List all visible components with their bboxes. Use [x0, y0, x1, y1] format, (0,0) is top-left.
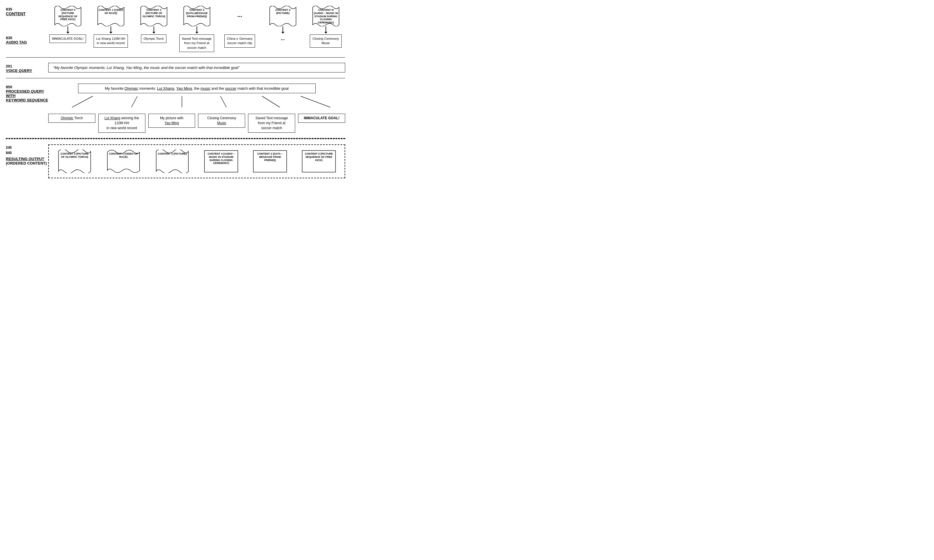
processed-query-label2: KEYWORD SEQUENCE: [6, 98, 48, 102]
voice-query-label: VOICE QUERY: [6, 68, 48, 73]
content-section: 835 CONTENT CONTENT 0 (PICTURE SEQUENCE …: [6, 6, 345, 32]
audio-tag-label: AUDIO TAG: [6, 40, 48, 45]
audio-tag-0: IMMACULATE GOAL!: [48, 34, 87, 43]
content-svg-c1: CONTENT 1 (VIDEO OF RACE): [96, 6, 125, 26]
content-item-c0: CONTENT 0 (PICTURE SEQUENCE OF FREE KICK…: [48, 6, 87, 32]
processed-query-ref: 850: [6, 85, 48, 89]
svg-line-0: [72, 96, 93, 107]
result-label1: RESULTING OUTPUT: [6, 157, 48, 161]
processed-query-section: 850 PROCESSED QUERY WITH KEYWORD SEQUENC…: [6, 84, 345, 132]
query-to-keywords-lines: [48, 96, 345, 108]
keyword-box-0: Olympic Torch: [48, 114, 95, 123]
divider-3: [6, 138, 345, 139]
result-item-5: CONTENT 0 (PICTURE SEQUENCE OF FREE KICK…: [296, 150, 342, 173]
content-item-c3: CONTENT 3 (DATA,MESSAGE FROM FRIEND)): [177, 6, 216, 32]
content-label: CONTENT: [6, 11, 48, 16]
voice-query-content: “My favorite Olympic moments: Lui Xhang,…: [48, 63, 345, 72]
audio-dots: ...: [281, 34, 285, 41]
svg-line-3: [221, 96, 226, 107]
result-item-4: CONTENT 2 (DATA – MESSAGE FROM FRIEND)): [247, 150, 293, 173]
audio-tag-box-4: China v. Germany soccer match clip: [224, 34, 255, 48]
content-svg-c4: CONTENT 4 (PICTURE): [268, 6, 298, 26]
result-svg-3: CONTENT 4 (AUDIO – MUSIC IN STADIUM DURI…: [204, 150, 239, 173]
result-main: CONTENT 3 (PICTURE OF OLYMPIC TORCH)CONT…: [48, 145, 345, 178]
result-dashed-box: CONTENT 3 (PICTURE OF OLYMPIC TORCH)CONT…: [48, 145, 345, 178]
content-svg-cn: CONTENT N (AUDIO – MUSIC IN STADIUM DURI…: [311, 6, 341, 26]
result-svg-5: CONTENT 0 (PICTURE SEQUENCE OF FREE KICK…: [301, 150, 337, 173]
audio-tag-6: Closing Ceremony Music: [306, 34, 345, 48]
processed-query-label1: PROCESSED QUERY WITH: [6, 89, 48, 98]
kw-music: music: [201, 86, 210, 91]
content-item-c4: CONTENT 4 (PICTURE): [263, 6, 302, 32]
audio-tag-box-6: Closing Ceremony Music: [310, 34, 341, 48]
diagram: 835 CONTENT CONTENT 0 (PICTURE SEQUENCE …: [6, 6, 345, 178]
result-label2: (ORDERED CONTENT): [6, 161, 48, 165]
keyword-box-4: Saved Text message from my Friend at soc…: [248, 114, 295, 132]
audio-tag-2: Olympic Torch: [134, 34, 173, 43]
dots-separator: ...: [220, 6, 259, 18]
content-item-c1: CONTENT 1 (VIDEO OF RACE): [91, 6, 130, 32]
svg-line-1: [131, 96, 137, 107]
audio-tag-box-1: Lui Xhang 110M HH in new world record: [94, 34, 128, 48]
svg-line-4: [262, 96, 280, 107]
keyword-box-3: Closing Ceremony Music: [198, 114, 245, 128]
kw-lui: Lui Xhang: [157, 86, 174, 91]
audio-tag-label-area: 830 AUDIO TAG: [6, 34, 48, 45]
voice-query-box: “My favorite Olympic moments: Lui Xhang,…: [48, 63, 345, 72]
voice-query-section: 201 VOICE QUERY “My favorite Olympic mom…: [6, 63, 345, 73]
audio-tag-ref: 830: [6, 35, 48, 40]
voice-query-label-area: 201 VOICE QUERY: [6, 63, 48, 73]
keyword-boxes-row: Olympic TorchLui Xhang winning the 110M …: [48, 114, 345, 132]
audio-tags-row: IMMACULATE GOAL!Lui Xhang 110M HH in new…: [48, 34, 345, 52]
divider-2: [6, 78, 345, 78]
result-ref2: 840: [6, 151, 12, 155]
result-ref1: 240: [6, 146, 12, 150]
audio-tag-3: Saved Text message from my Friend at soc…: [177, 34, 216, 52]
result-svg-4: CONTENT 2 (DATA – MESSAGE FROM FRIEND)): [252, 150, 287, 173]
kw-soccer: soccer: [225, 86, 236, 91]
kw-yao: Yao Ming: [176, 86, 192, 91]
keyword-box-1: Lui Xhang winning the 110M HH in new wor…: [98, 114, 145, 132]
processed-query-box: My favorite Olympic moments: Lui Xhang, …: [78, 84, 316, 93]
result-item-1: CONTENT 1 (VIDEO OF RACE): [100, 150, 147, 173]
voice-query-ref: 201: [6, 64, 48, 68]
keyword-box-2: My picture with Yao Ming: [148, 114, 195, 128]
svg-line-5: [301, 96, 330, 107]
content-label-area: 835 CONTENT: [6, 6, 48, 16]
audio-tag-5: ...: [263, 34, 302, 41]
result-item-0: CONTENT 3 (PICTURE OF OLYMPIC TORCH): [52, 150, 98, 173]
keyword-box-5: IMMACULATE GOAL!: [298, 114, 345, 123]
processed-query-main: My favorite Olympic moments: Lui Xhang, …: [48, 84, 345, 132]
result-item-2: CONTENT 3 (PICTURE): [150, 150, 195, 173]
audio-tag-section: 830 AUDIO TAG IMMACULATE GOAL!Lui Xhang …: [6, 34, 345, 52]
content-item-c2: CONTENT 2 (PICTURE OF OLYMPIC TORCH): [134, 6, 173, 32]
result-svg-2: CONTENT 3 (PICTURE): [155, 150, 190, 173]
content-ref: 835: [6, 7, 48, 11]
result-section: 240 840 RESULTING OUTPUT (ORDERED CONTEN…: [6, 145, 345, 178]
processed-query-label-area: 850 PROCESSED QUERY WITH KEYWORD SEQUENC…: [6, 84, 48, 102]
content-item-cn: CONTENT N (AUDIO – MUSIC IN STADIUM DURI…: [306, 6, 345, 32]
result-svg-1: CONTENT 1 (VIDEO OF RACE): [106, 150, 141, 173]
audio-tag-4: China v. Germany soccer match clip: [220, 34, 259, 48]
kw-olympic: Olympic: [125, 86, 138, 91]
audio-tag-box-0: IMMACULATE GOAL!: [49, 34, 86, 43]
content-items-row: CONTENT 0 (PICTURE SEQUENCE OF FREE KICK…: [48, 6, 345, 32]
content-svg-c3: CONTENT 3 (DATA,MESSAGE FROM FRIEND)): [182, 6, 212, 26]
audio-tag-box-3: Saved Text message from my Friend at soc…: [179, 34, 215, 52]
content-svg-c2: CONTENT 2 (PICTURE OF OLYMPIC TORCH): [139, 6, 168, 26]
divider-1: [6, 57, 345, 58]
audio-tag-1: Lui Xhang 110M HH in new world record: [91, 34, 130, 48]
result-svg-0: CONTENT 3 (PICTURE OF OLYMPIC TORCH): [57, 150, 92, 173]
result-label-area: 240 840 RESULTING OUTPUT (ORDERED CONTEN…: [6, 145, 48, 165]
audio-tag-box-2: Olympic Torch: [141, 34, 167, 43]
content-svg-c0: CONTENT 0 (PICTURE SEQUENCE OF FREE KICK…: [53, 6, 82, 26]
result-item-3: CONTENT 4 (AUDIO – MUSIC IN STADIUM DURI…: [198, 150, 244, 173]
